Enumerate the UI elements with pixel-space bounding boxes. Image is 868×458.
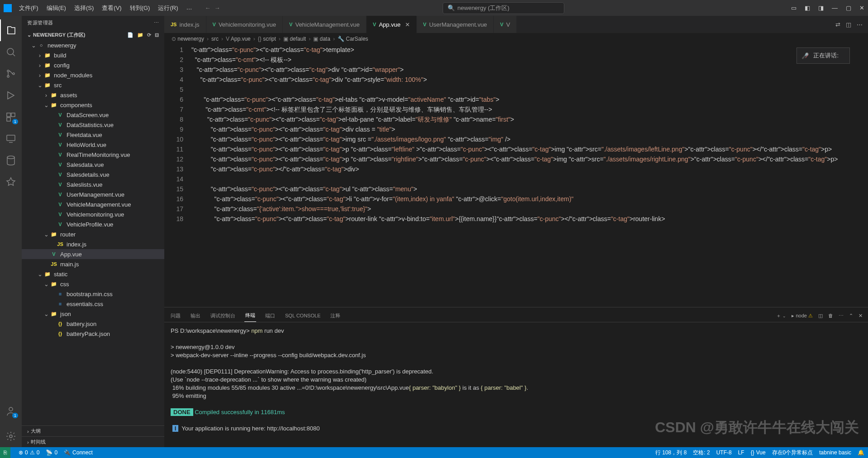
kill-terminal-icon[interactable]: 🗑 (828, 313, 833, 318)
tree-item[interactable]: ⌄📁css (22, 279, 164, 289)
minimize-icon[interactable]: — (832, 5, 838, 11)
breadcrumb-item[interactable]: 🔧 CarSales (338, 36, 368, 42)
port-indicator[interactable]: 📡0 (46, 449, 57, 456)
explorer-icon[interactable] (0, 19, 22, 41)
tree-item[interactable]: VSalesdata.vue (22, 160, 164, 170)
tree-item[interactable]: ⌄📁components (22, 100, 164, 110)
tree-item[interactable]: VVehicleManagement.vue (22, 199, 164, 209)
tree-item[interactable]: JSindex.js (22, 239, 164, 249)
menu-item[interactable]: 转到(G) (126, 2, 154, 14)
panel-tab[interactable]: 端口 (264, 310, 276, 322)
tree-item[interactable]: {}batteryPack.json (22, 329, 164, 339)
tree-item[interactable]: VHelloWorld.vue (22, 140, 164, 150)
panel-tab[interactable]: 调试控制台 (210, 310, 236, 322)
tree-item[interactable]: VFleetdata.vue (22, 130, 164, 140)
outline-section[interactable]: ›大纲 (22, 425, 164, 436)
panel-tab[interactable]: 问题 (170, 310, 181, 322)
editor-tab[interactable]: VV (494, 16, 517, 33)
indentation[interactable]: 空格: 2 (693, 449, 710, 457)
database-icon[interactable] (0, 150, 22, 171)
close-tab-icon[interactable]: ✕ (405, 21, 410, 28)
menu-item[interactable]: 编辑(E) (43, 2, 70, 14)
tree-item[interactable]: VDataStatistics.vue (22, 120, 164, 130)
eol[interactable]: LF (738, 449, 744, 457)
menu-item[interactable]: 文件(F) (15, 2, 42, 14)
notifications-icon[interactable]: 🔔 (858, 449, 864, 457)
tree-item[interactable]: VSalesdetails.vue (22, 170, 164, 179)
split-editor-icon[interactable]: ◫ (846, 21, 851, 28)
menu-item[interactable]: … (182, 2, 196, 14)
layout-panel-icon[interactable]: ▭ (791, 5, 796, 11)
tree-item[interactable]: ⌄○newenergy (22, 40, 164, 50)
more-actions-icon[interactable]: ⋯ (857, 21, 863, 28)
tree-item[interactable]: ›📁node_modules (22, 70, 164, 80)
breadcrumb-item[interactable]: src (211, 36, 219, 42)
source-control-icon[interactable] (0, 63, 22, 85)
breadcrumb-item[interactable]: {} script (258, 36, 276, 42)
command-center[interactable]: 🔍 newenergy (工作区) (443, 2, 564, 14)
close-window-icon[interactable]: ✕ (859, 5, 864, 11)
split-terminal-icon[interactable]: ◫ (818, 313, 823, 319)
panel-tab[interactable]: 终端 (244, 309, 256, 322)
tree-item[interactable]: ⌄📁src (22, 80, 164, 90)
settings-gear-icon[interactable] (0, 425, 22, 447)
search-activity-icon[interactable] (0, 41, 22, 63)
panel-tab[interactable]: 注释 (329, 310, 341, 322)
language-mode[interactable]: {}Vue (751, 449, 766, 457)
tree-item[interactable]: VVehiclemonitoring.vue (22, 209, 164, 219)
problems-indicator[interactable]: ⊗0 ⚠0 (19, 449, 39, 456)
add-terminal-icon[interactable]: ＋ ⌄ (776, 312, 786, 319)
encoding[interactable]: UTF-8 (716, 449, 732, 457)
code-content[interactable]: "c-attr">class="c-punc"><"c-attr">class=… (191, 45, 868, 307)
tree-item[interactable]: VVehicleProfile.vue (22, 219, 164, 229)
tree-item[interactable]: VApp.vue (22, 249, 164, 259)
menu-item[interactable]: 选择(S) (71, 2, 97, 14)
menu-item[interactable]: 查看(V) (98, 2, 125, 14)
breadcrumb-item[interactable]: V App.vue (226, 36, 251, 42)
refresh-icon[interactable]: ⟳ (147, 32, 151, 38)
account-icon[interactable]: 1 (0, 400, 22, 422)
new-file-icon[interactable]: 📄 (127, 32, 134, 38)
editor-tab[interactable]: VApp.vue✕ (367, 16, 417, 33)
tree-item[interactable]: {}battery.json (22, 319, 164, 329)
collapse-icon[interactable]: ⊟ (155, 32, 159, 38)
cursor-position[interactable]: 行 108，列 8 (655, 449, 687, 457)
breadcrumb[interactable]: ⊙ newenergy›src›V App.vue›{} script›▣ de… (164, 33, 868, 45)
tree-item[interactable]: VSaleslists.vue (22, 179, 164, 189)
connect-button[interactable]: 🔌Connect (64, 449, 93, 456)
editor-tab[interactable]: VUserManagement.vue (417, 16, 494, 33)
tree-item[interactable]: ⌄📁router (22, 229, 164, 239)
tree-item[interactable]: ›📁assets (22, 90, 164, 100)
maximize-icon[interactable]: ▢ (846, 5, 851, 11)
tree-item[interactable]: ›📁config (22, 60, 164, 70)
breadcrumb-item[interactable]: ▣ data (313, 36, 330, 42)
editor-tab[interactable]: VVehicleManagement.vue (283, 16, 367, 33)
tree-item[interactable]: JSmain.js (22, 259, 164, 269)
editor-tab[interactable]: VVehiclemonitoring.vue (206, 16, 283, 33)
panel-tab[interactable]: SQL CONSOLE (284, 310, 321, 321)
tree-item[interactable]: ≡essentials.css (22, 299, 164, 309)
extensions-icon[interactable]: 1 (0, 106, 22, 128)
new-folder-icon[interactable]: 📁 (137, 32, 143, 38)
remote-explorer-icon[interactable] (0, 128, 22, 150)
tree-item[interactable]: ›📁build (22, 50, 164, 60)
folder-header[interactable]: ⌄ NEWENERGY (工作区) 📄 📁 ⟳ ⊟ (22, 30, 164, 40)
panel-more-icon[interactable]: ⋯ (839, 313, 844, 319)
nav-back-icon[interactable]: ← (205, 5, 210, 11)
code-editor[interactable]: 123456789101112131415161718 "c-attr">cla… (164, 45, 868, 307)
run-debug-icon[interactable] (0, 85, 22, 106)
tree-item[interactable]: VUserManagement.vue (22, 189, 164, 199)
timeline-section[interactable]: ›时间线 (22, 436, 164, 447)
maximize-panel-icon[interactable]: ⌃ (849, 313, 853, 319)
terminal-type[interactable]: ▸ node ⚠ (792, 313, 813, 319)
terminal[interactable]: PS D:\workspace\newenergy> npm run dev >… (164, 322, 868, 447)
testing-icon[interactable] (0, 171, 22, 193)
tree-item[interactable]: VRealTimeMonitoring.vue (22, 150, 164, 160)
nav-forward-icon[interactable]: → (214, 5, 220, 11)
sidebar-more-icon[interactable]: ⋯ (154, 20, 159, 26)
layout-sidebar-icon[interactable]: ◧ (805, 5, 810, 11)
layout-split-icon[interactable]: ◨ (818, 5, 824, 11)
remote-indicator[interactable]: ⎘ (0, 447, 10, 458)
tree-item[interactable]: ⌄📁static (22, 269, 164, 279)
breadcrumb-item[interactable]: ▣ default (283, 36, 306, 42)
